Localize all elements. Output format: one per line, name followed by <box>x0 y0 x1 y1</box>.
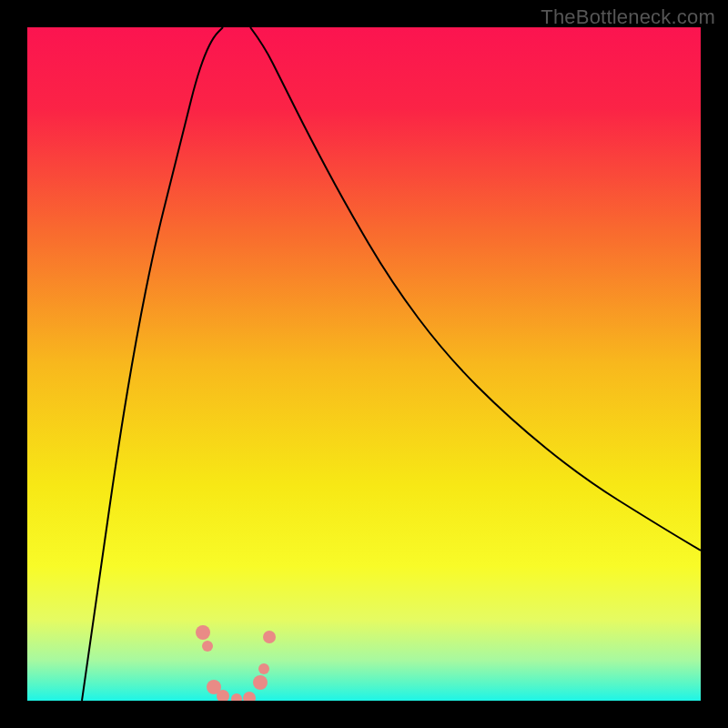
watermark-text: TheBottleneck.com <box>541 5 715 29</box>
data-point-dot <box>196 625 210 640</box>
left-curve <box>82 27 223 701</box>
data-point-dot <box>253 675 268 690</box>
data-point-dot <box>263 631 276 643</box>
curves-layer <box>27 27 701 701</box>
data-point-dot <box>202 641 213 652</box>
right-curve <box>250 27 701 551</box>
dots-group <box>196 625 276 701</box>
data-point-dot <box>258 663 269 674</box>
data-point-dot <box>231 693 242 701</box>
data-point-dot <box>243 692 256 701</box>
plot-area <box>27 27 701 701</box>
